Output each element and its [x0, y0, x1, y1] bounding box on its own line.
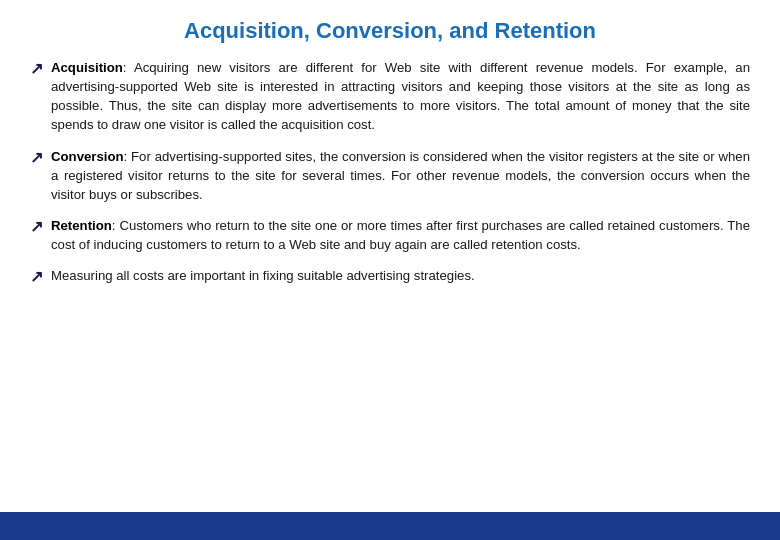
- bullet-arrow-icon: ↗: [30, 217, 43, 236]
- bullet-arrow-icon: ↗: [30, 148, 43, 167]
- list-item: ↗ Retention: Customers who return to the…: [30, 216, 750, 254]
- bullet-text: Acquisition: Acquiring new visitors are …: [51, 58, 750, 135]
- term-retention: Retention: [51, 218, 112, 233]
- term-conversion: Conversion: [51, 149, 124, 164]
- list-item: ↗ Measuring all costs are important in f…: [30, 266, 750, 286]
- bullet-text: Conversion: For advertising-supported si…: [51, 147, 750, 204]
- list-item: ↗ Conversion: For advertising-supported …: [30, 147, 750, 204]
- slide-container: Acquisition, Conversion, and Retention ↗…: [0, 0, 780, 540]
- bullet-list: ↗ Acquisition: Acquiring new visitors ar…: [30, 58, 750, 286]
- slide-title: Acquisition, Conversion, and Retention: [30, 18, 750, 44]
- list-item: ↗ Acquisition: Acquiring new visitors ar…: [30, 58, 750, 135]
- content-area: Acquisition, Conversion, and Retention ↗…: [0, 0, 780, 512]
- bullet-text: Measuring all costs are important in fix…: [51, 266, 475, 285]
- bottom-bar: [0, 512, 780, 540]
- term-acquisition: Acquisition: [51, 60, 123, 75]
- bullet-text: Retention: Customers who return to the s…: [51, 216, 750, 254]
- bullet-arrow-icon: ↗: [30, 267, 43, 286]
- bullet-arrow-icon: ↗: [30, 59, 43, 78]
